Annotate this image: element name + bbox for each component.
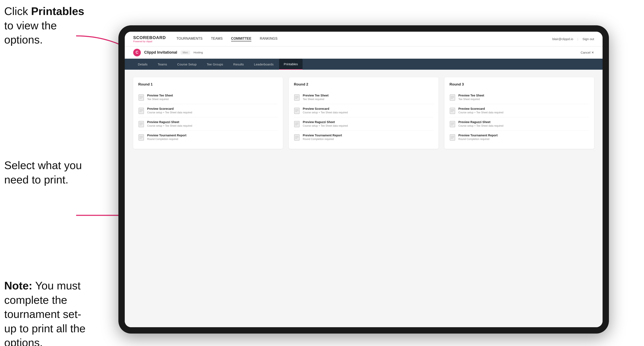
clippd-logo: C bbox=[133, 49, 141, 56]
round3-raguzzi-title: Preview Raguzzi Sheet bbox=[458, 120, 504, 124]
annotation-middle: Select what you need to print. bbox=[4, 158, 93, 187]
nav-link-teams[interactable]: TEAMS bbox=[211, 37, 223, 41]
brand-title: SCOREBOARD bbox=[133, 35, 166, 40]
round1-tee-sheet-subtitle: Tee Sheet required bbox=[147, 98, 173, 101]
r2-scorecard-icon bbox=[294, 107, 300, 114]
round1-scorecard-item[interactable]: Preview Scorecard Course setup + Tee She… bbox=[138, 104, 278, 117]
tab-bar: Details Teams Course Setup Tee Groups Re… bbox=[125, 59, 602, 70]
round1-raguzzi-subtitle: Course setup + Tee Sheet data required bbox=[147, 124, 192, 127]
top-nav: SCOREBOARD Powered by clippd TOURNAMENTS… bbox=[125, 32, 602, 46]
round-3-section: Round 3 Preview Tee Sheet Tee Sheet requ… bbox=[444, 77, 594, 149]
svg-rect-30 bbox=[294, 135, 300, 140]
round3-tee-sheet-title: Preview Tee Sheet bbox=[458, 94, 484, 97]
round2-raguzzi-subtitle: Course setup + Tee Sheet data required bbox=[303, 124, 348, 127]
round-2-section: Round 2 Preview Tee Sheet Tee Sheet requ… bbox=[289, 77, 438, 149]
tab-details[interactable]: Details bbox=[133, 59, 152, 70]
r3-tournament-report-icon bbox=[450, 134, 456, 141]
nav-link-rankings[interactable]: RANKINGS bbox=[260, 37, 278, 41]
nav-left: SCOREBOARD Powered by clippd TOURNAMENTS… bbox=[133, 35, 278, 43]
main-content: Round 1 Preview Tee Sheet bbox=[125, 70, 602, 327]
sign-out-link[interactable]: Sign out bbox=[582, 37, 594, 41]
round3-scorecard-subtitle: Course setup + Tee Sheet data required bbox=[458, 111, 504, 114]
svg-rect-26 bbox=[294, 121, 300, 127]
tab-teams[interactable]: Teams bbox=[153, 59, 172, 70]
round3-tee-sheet-subtitle: Tee Sheet required bbox=[458, 98, 484, 101]
round3-scorecard-title: Preview Scorecard bbox=[458, 107, 504, 110]
brand-sub: Powered by clippd bbox=[133, 40, 166, 43]
annotation-middle-text: Select what you need to print. bbox=[4, 159, 82, 186]
svg-rect-6 bbox=[139, 108, 144, 114]
tab-printables[interactable]: Printables bbox=[279, 59, 302, 70]
svg-rect-22 bbox=[294, 108, 300, 114]
r2-tournament-report-icon bbox=[294, 134, 300, 141]
round1-tournament-report-title: Preview Tournament Report bbox=[147, 134, 186, 137]
round1-scorecard-subtitle: Course setup + Tee Sheet data required bbox=[147, 111, 192, 114]
r3-raguzzi-icon bbox=[450, 121, 456, 128]
round2-tee-sheet-subtitle: Tee Sheet required bbox=[303, 98, 328, 101]
tablet-device: SCOREBOARD Powered by clippd TOURNAMENTS… bbox=[118, 25, 609, 334]
svg-rect-10 bbox=[139, 121, 144, 127]
annotation-bottom-text: Note: You must complete the tournament s… bbox=[4, 280, 86, 346]
rounds-grid: Round 1 Preview Tee Sheet bbox=[133, 77, 594, 149]
round2-tee-sheet-item[interactable]: Preview Tee Sheet Tee Sheet required bbox=[294, 91, 434, 104]
annotation-top-text: Click Printables to view the options. bbox=[4, 5, 84, 46]
round1-raguzzi-item[interactable]: Preview Raguzzi Sheet Course setup + Tee… bbox=[138, 117, 278, 131]
svg-rect-34 bbox=[450, 95, 455, 101]
round1-tee-sheet-title: Preview Tee Sheet bbox=[147, 94, 173, 97]
round-1-section: Round 1 Preview Tee Sheet bbox=[133, 77, 283, 149]
r3-scorecard-icon bbox=[450, 107, 456, 114]
tee-sheet-icon bbox=[138, 94, 144, 101]
round2-tournament-report-item[interactable]: Preview Tournament Report Round Completi… bbox=[294, 131, 434, 144]
round2-tee-sheet-title: Preview Tee Sheet bbox=[303, 94, 328, 97]
round1-raguzzi-title: Preview Raguzzi Sheet bbox=[147, 120, 192, 124]
round2-tournament-report-subtitle: Round Completion required bbox=[303, 138, 342, 141]
r3-tee-sheet-icon bbox=[450, 94, 456, 101]
round1-raguzzi-text: Preview Raguzzi Sheet Course setup + Tee… bbox=[147, 120, 192, 127]
cancel-button[interactable]: Cancel ✕ bbox=[580, 51, 594, 54]
round-1-title: Round 1 bbox=[138, 82, 278, 87]
round2-raguzzi-item[interactable]: Preview Raguzzi Sheet Course setup + Tee… bbox=[294, 117, 434, 131]
nav-link-tournaments[interactable]: TOURNAMENTS bbox=[176, 37, 202, 41]
round1-scorecard-title: Preview Scorecard bbox=[147, 107, 192, 110]
svg-rect-18 bbox=[294, 95, 300, 101]
tournament-report-icon bbox=[138, 134, 144, 141]
tab-course-setup[interactable]: Course Setup bbox=[172, 59, 201, 70]
scorecard-icon bbox=[138, 107, 144, 114]
nav-link-committee[interactable]: COMMITTEE bbox=[231, 37, 252, 41]
tournament-title-row: C Clippd Invitational Men Hosting bbox=[133, 49, 203, 56]
raguzzi-icon bbox=[138, 121, 144, 128]
tab-leaderboards[interactable]: Leaderboards bbox=[249, 59, 278, 70]
tournament-header: C Clippd Invitational Men Hosting Cancel… bbox=[125, 46, 602, 59]
round1-tournament-report-item[interactable]: Preview Tournament Report Round Completi… bbox=[138, 131, 278, 144]
round3-tee-sheet-item[interactable]: Preview Tee Sheet Tee Sheet required bbox=[450, 91, 589, 104]
tournament-status: Hosting bbox=[194, 51, 203, 54]
r2-tee-sheet-icon bbox=[294, 94, 300, 101]
nav-links: TOURNAMENTS TEAMS COMMITTEE RANKINGS bbox=[176, 37, 278, 41]
round3-tournament-report-subtitle: Round Completion required bbox=[458, 138, 498, 141]
tournament-name: Clippd Invitational bbox=[144, 50, 177, 55]
round1-tournament-report-subtitle: Round Completion required bbox=[147, 138, 186, 141]
round3-raguzzi-item[interactable]: Preview Raguzzi Sheet Course setup + Tee… bbox=[450, 117, 589, 131]
round2-scorecard-item[interactable]: Preview Scorecard Course setup + Tee She… bbox=[294, 104, 434, 117]
round1-tournament-report-text: Preview Tournament Report Round Completi… bbox=[147, 134, 186, 141]
svg-rect-46 bbox=[450, 135, 455, 140]
round1-tee-sheet-text: Preview Tee Sheet Tee Sheet required bbox=[147, 94, 173, 101]
svg-rect-14 bbox=[139, 135, 144, 140]
round1-scorecard-text: Preview Scorecard Course setup + Tee She… bbox=[147, 107, 192, 114]
user-email: blair@clippd.io bbox=[552, 37, 573, 41]
round-3-title: Round 3 bbox=[450, 82, 589, 87]
round3-scorecard-item[interactable]: Preview Scorecard Course setup + Tee She… bbox=[450, 104, 589, 117]
tab-tee-groups[interactable]: Tee Groups bbox=[202, 59, 228, 70]
round3-tournament-report-title: Preview Tournament Report bbox=[458, 134, 498, 137]
svg-rect-42 bbox=[450, 121, 455, 127]
round1-tee-sheet-item[interactable]: Preview Tee Sheet Tee Sheet required bbox=[138, 91, 278, 104]
tab-results[interactable]: Results bbox=[228, 59, 248, 70]
annotation-top: Click Printables to view the options. bbox=[4, 4, 93, 47]
round3-tournament-report-item[interactable]: Preview Tournament Report Round Completi… bbox=[450, 131, 589, 144]
tablet-screen: SCOREBOARD Powered by clippd TOURNAMENTS… bbox=[125, 32, 602, 327]
svg-rect-2 bbox=[139, 95, 144, 101]
round2-raguzzi-title: Preview Raguzzi Sheet bbox=[303, 120, 348, 124]
tournament-badge: Men bbox=[180, 50, 190, 54]
svg-rect-38 bbox=[450, 108, 455, 114]
r2-raguzzi-icon bbox=[294, 121, 300, 128]
